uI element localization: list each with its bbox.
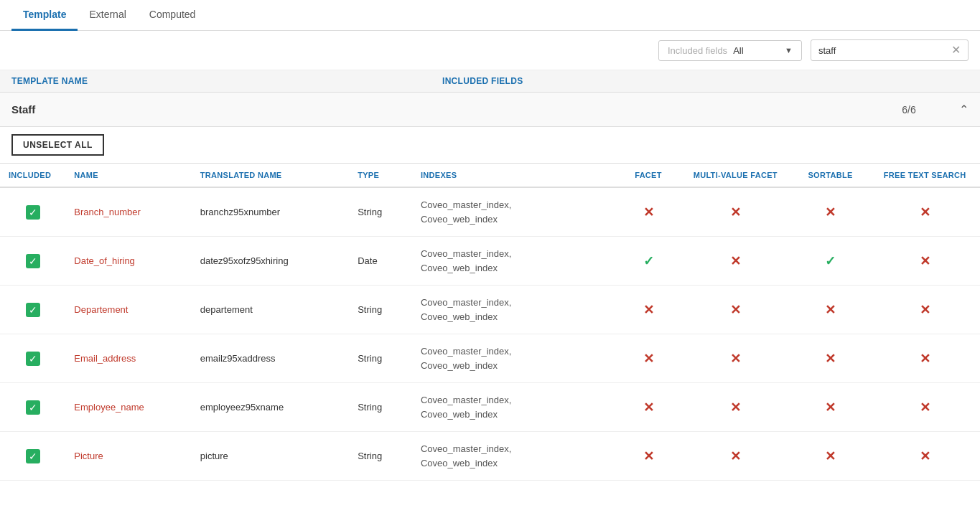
- group-count: 6/6: [873, 104, 945, 116]
- check-icon: ✓: [643, 254, 654, 268]
- field-included: ✓: [0, 237, 65, 286]
- checkbox-checked[interactable]: ✓: [26, 352, 40, 366]
- field-multi-value-facet: ✕: [680, 187, 791, 237]
- checkbox-checked[interactable]: ✓: [26, 254, 40, 268]
- table-row: ✓ Branch_number branchz95xnumber String …: [0, 187, 980, 237]
- field-name: Departement: [65, 286, 192, 334]
- field-facet: ✕: [617, 334, 680, 383]
- table-header-row: Template Name Included Fields: [0, 70, 980, 93]
- field-facet: ✕: [617, 432, 680, 481]
- field-translated-name: picture: [192, 432, 349, 481]
- search-input[interactable]: [818, 45, 951, 56]
- check-icon: ✓: [825, 254, 836, 268]
- cross-icon: ✕: [825, 205, 836, 220]
- field-sortable: ✓: [791, 237, 870, 286]
- cross-icon: ✕: [920, 205, 930, 220]
- cross-icon: ✕: [825, 400, 836, 415]
- unselect-row: UNSELECT ALL: [0, 127, 980, 164]
- table-row: ✓ Date_of_hiring datez95xofz95xhiring Da…: [0, 237, 980, 286]
- cross-icon: ✕: [643, 400, 654, 415]
- cross-icon: ✕: [643, 303, 654, 317]
- tab-computed[interactable]: Computed: [138, 0, 207, 31]
- field-multi-value-facet: ✕: [680, 334, 791, 383]
- field-facet: ✕: [617, 383, 680, 432]
- field-facet: ✕: [617, 187, 680, 237]
- field-name: Date_of_hiring: [65, 237, 192, 286]
- field-type: String: [349, 432, 412, 481]
- checkbox-checked[interactable]: ✓: [26, 449, 40, 463]
- dropdown-arrow-icon: ▼: [785, 46, 793, 55]
- index-entry: Coveo_web_index: [421, 458, 498, 468]
- field-indexes: Coveo_master_index,Coveo_web_index: [412, 237, 617, 286]
- field-facet: ✓: [617, 237, 680, 286]
- field-free-text-search: ✕: [869, 334, 980, 383]
- field-translated-name: branchz95xnumber: [192, 187, 349, 237]
- cross-icon: ✕: [920, 449, 930, 463]
- cross-icon: ✕: [920, 254, 930, 268]
- table-row: ✓ Email_address emailz95xaddress String …: [0, 334, 980, 383]
- field-type: String: [349, 334, 412, 383]
- unselect-all-button[interactable]: UNSELECT ALL: [11, 134, 104, 156]
- field-included: ✓: [0, 432, 65, 481]
- field-sortable: ✕: [791, 383, 870, 432]
- cross-icon: ✕: [825, 303, 836, 317]
- cross-icon: ✕: [920, 400, 930, 415]
- field-translated-name: emailz95xaddress: [192, 334, 349, 383]
- index-entry: Coveo_master_index,: [421, 248, 511, 259]
- filter-label: Included fields: [668, 45, 727, 56]
- included-fields-header: Included Fields: [442, 76, 523, 86]
- field-free-text-search: ✕: [869, 286, 980, 334]
- cross-icon: ✕: [730, 205, 741, 220]
- checkbox-checked[interactable]: ✓: [26, 205, 40, 220]
- field-sortable: ✕: [791, 432, 870, 481]
- field-name: Picture: [65, 432, 192, 481]
- cross-icon: ✕: [730, 254, 741, 268]
- fields-table-header-row: Included Name Translated Name Type Index…: [0, 164, 980, 187]
- field-included: ✓: [0, 286, 65, 334]
- index-entry: Coveo_master_index,: [421, 297, 511, 308]
- cross-icon: ✕: [730, 303, 741, 317]
- group-collapse-arrow-icon[interactable]: ⌃: [959, 103, 969, 116]
- checkbox-checked[interactable]: ✓: [26, 303, 40, 317]
- cross-icon: ✕: [920, 352, 930, 366]
- field-sortable: ✕: [791, 286, 870, 334]
- field-sortable: ✕: [791, 334, 870, 383]
- field-indexes: Coveo_master_index,Coveo_web_index: [412, 432, 617, 481]
- field-indexes: Coveo_master_index,Coveo_web_index: [412, 286, 617, 334]
- template-name-header: Template Name: [11, 76, 227, 86]
- tab-template[interactable]: Template: [11, 0, 78, 31]
- table-row: ✓ Employee_name employeez95xname String …: [0, 383, 980, 432]
- index-entry: Coveo_master_index,: [421, 199, 511, 210]
- cross-icon: ✕: [730, 449, 741, 463]
- field-type: String: [349, 187, 412, 237]
- group-row[interactable]: Staff 6/6 ⌃: [0, 93, 980, 127]
- index-entry: Coveo_web_index: [421, 263, 498, 273]
- col-header-free-text-search: Free Text Search: [869, 164, 980, 187]
- col-header-facet: Facet: [617, 164, 680, 187]
- field-indexes: Coveo_master_index,Coveo_web_index: [412, 383, 617, 432]
- cross-icon: ✕: [730, 400, 741, 415]
- table-row: ✓ Picture picture String Coveo_master_in…: [0, 432, 980, 481]
- col-header-multi-value-facet: Multi-Value Facet: [680, 164, 791, 187]
- field-free-text-search: ✕: [869, 187, 980, 237]
- field-sortable: ✕: [791, 187, 870, 237]
- checkbox-checked[interactable]: ✓: [26, 400, 40, 415]
- col-header-type: Type: [349, 164, 412, 187]
- col-header-indexes: Indexes: [412, 164, 617, 187]
- field-included: ✓: [0, 383, 65, 432]
- filter-value: All: [733, 45, 743, 56]
- fields-table: Included Name Translated Name Type Index…: [0, 164, 980, 481]
- clear-search-icon[interactable]: ✕: [951, 44, 961, 56]
- index-entry: Coveo_web_index: [421, 360, 498, 371]
- field-indexes: Coveo_master_index,Coveo_web_index: [412, 187, 617, 237]
- field-multi-value-facet: ✕: [680, 286, 791, 334]
- filter-dropdown[interactable]: Included fields All ▼: [658, 40, 802, 61]
- field-type: String: [349, 383, 412, 432]
- tab-external[interactable]: External: [78, 0, 137, 31]
- field-name: Email_address: [65, 334, 192, 383]
- index-entry: Coveo_web_index: [421, 214, 498, 225]
- col-header-sortable: Sortable: [791, 164, 870, 187]
- cross-icon: ✕: [643, 352, 654, 366]
- field-translated-name: departement: [192, 286, 349, 334]
- cross-icon: ✕: [643, 205, 654, 220]
